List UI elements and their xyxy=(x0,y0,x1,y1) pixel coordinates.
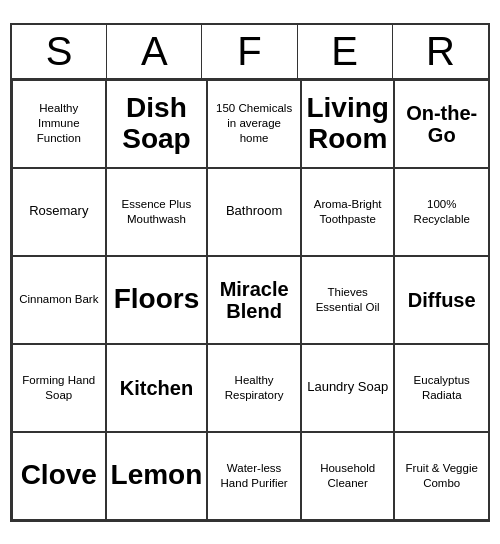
cell-r1-c2: Bathroom xyxy=(207,168,301,256)
header-letter: A xyxy=(107,25,202,78)
cell-text: Eucalyptus Radiata xyxy=(399,373,484,403)
cell-text: Fruit & Veggie Combo xyxy=(399,461,484,491)
cell-r2-c2: Miracle Blend xyxy=(207,256,301,344)
cell-text: Dish Soap xyxy=(111,93,203,155)
bingo-header: SAFER xyxy=(12,25,488,80)
cell-r2-c0: Cinnamon Bark xyxy=(12,256,106,344)
cell-r4-c0: Clove xyxy=(12,432,106,520)
cell-text: Healthy Respiratory xyxy=(212,373,296,403)
cell-text: Household Cleaner xyxy=(306,461,390,491)
cell-text: Kitchen xyxy=(120,377,193,399)
cell-text: Aroma-Bright Toothpaste xyxy=(306,197,390,227)
cell-r3-c1: Kitchen xyxy=(106,344,208,432)
header-letter: R xyxy=(393,25,488,78)
header-letter: S xyxy=(12,25,107,78)
cell-text: Diffuse xyxy=(408,289,476,311)
cell-text: Forming Hand Soap xyxy=(17,373,101,403)
cell-r0-c3: Living Room xyxy=(301,80,395,168)
cell-r1-c1: Essence Plus Mouthwash xyxy=(106,168,208,256)
cell-text: Living Room xyxy=(306,93,390,155)
cell-r2-c4: Diffuse xyxy=(394,256,488,344)
cell-r0-c4: On-the-Go xyxy=(394,80,488,168)
cell-text: Floors xyxy=(114,284,200,315)
cell-r0-c1: Dish Soap xyxy=(106,80,208,168)
cell-text: Clove xyxy=(21,460,97,491)
cell-r2-c3: Thieves Essential Oil xyxy=(301,256,395,344)
cell-text: Bathroom xyxy=(226,203,282,220)
cell-text: Lemon xyxy=(111,460,203,491)
cell-r4-c1: Lemon xyxy=(106,432,208,520)
cell-r4-c4: Fruit & Veggie Combo xyxy=(394,432,488,520)
cell-text: Thieves Essential Oil xyxy=(306,285,390,315)
cell-r2-c1: Floors xyxy=(106,256,208,344)
cell-text: Rosemary xyxy=(29,203,88,220)
cell-r4-c3: Household Cleaner xyxy=(301,432,395,520)
cell-r3-c3: Laundry Soap xyxy=(301,344,395,432)
cell-r0-c0: Healthy Immune Function xyxy=(12,80,106,168)
cell-r1-c0: Rosemary xyxy=(12,168,106,256)
bingo-grid: Healthy Immune FunctionDish Soap150 Chem… xyxy=(12,80,488,520)
cell-r1-c4: 100% Recyclable xyxy=(394,168,488,256)
cell-text: 100% Recyclable xyxy=(399,197,484,227)
header-letter: F xyxy=(202,25,297,78)
cell-text: Laundry Soap xyxy=(307,379,388,396)
cell-text: Water-less Hand Purifier xyxy=(212,461,296,491)
cell-text: Essence Plus Mouthwash xyxy=(111,197,203,227)
cell-r4-c2: Water-less Hand Purifier xyxy=(207,432,301,520)
cell-text: Cinnamon Bark xyxy=(19,292,98,307)
cell-r3-c4: Eucalyptus Radiata xyxy=(394,344,488,432)
cell-text: 150 Chemicals in average home xyxy=(212,101,296,146)
cell-text: On-the-Go xyxy=(399,102,484,146)
cell-r1-c3: Aroma-Bright Toothpaste xyxy=(301,168,395,256)
cell-text: Miracle Blend xyxy=(212,278,296,322)
cell-text: Healthy Immune Function xyxy=(17,101,101,146)
cell-r0-c2: 150 Chemicals in average home xyxy=(207,80,301,168)
cell-r3-c2: Healthy Respiratory xyxy=(207,344,301,432)
cell-r3-c0: Forming Hand Soap xyxy=(12,344,106,432)
header-letter: E xyxy=(298,25,393,78)
bingo-card: SAFER Healthy Immune FunctionDish Soap15… xyxy=(10,23,490,522)
